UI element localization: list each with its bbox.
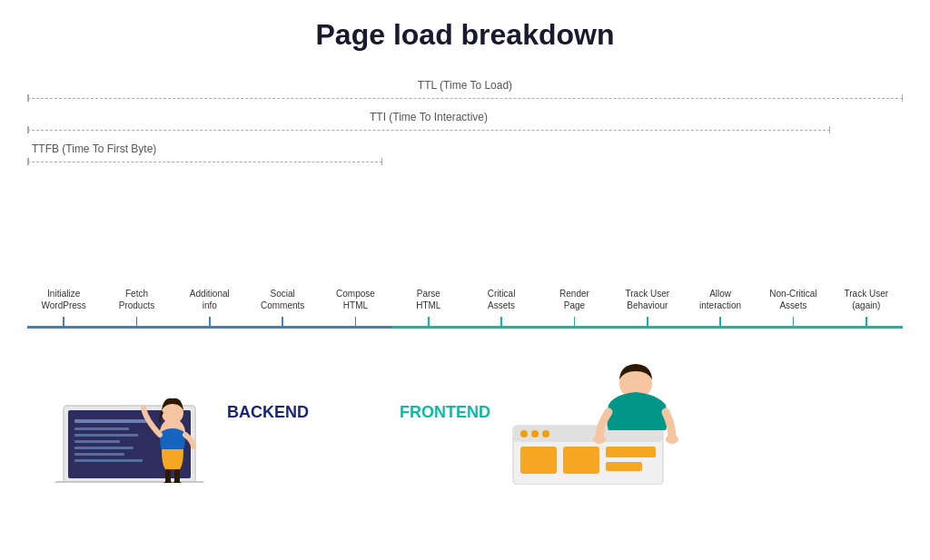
illustrations-row: BACKEND FRONTEND — [27, 339, 903, 485]
svg-rect-21 — [520, 447, 557, 474]
step-2: Additionalinfo — [173, 288, 246, 329]
step-5: ParseHTML — [392, 288, 465, 329]
frontend-label: FRONTEND — [400, 403, 490, 422]
step-8: Track UserBehaviour — [611, 288, 684, 329]
step-11: Track User(again) — [830, 288, 903, 329]
line-8 — [611, 326, 684, 329]
tick-10 — [793, 317, 795, 326]
step-9: Allowinteraction — [684, 288, 757, 329]
svg-point-26 — [593, 435, 606, 444]
tick-3 — [282, 317, 283, 326]
svg-rect-9 — [54, 481, 204, 483]
svg-rect-7 — [74, 453, 124, 456]
svg-rect-3 — [74, 427, 129, 430]
line-2 — [173, 326, 246, 329]
tick-11 — [866, 317, 867, 326]
svg-rect-2 — [74, 419, 147, 423]
line-0 — [27, 326, 100, 329]
svg-rect-6 — [74, 447, 134, 449]
step-0: Initialize WordPress — [27, 288, 100, 329]
svg-rect-4 — [74, 434, 138, 437]
page-title: Page load breakdown — [27, 18, 903, 52]
tti-label: TTI (Time To Interactive) — [370, 111, 488, 123]
step-10: Non-CriticalAssets — [757, 288, 829, 329]
timeline-section: TTL (Time To Load) TTI (Time To Interact… — [27, 79, 903, 485]
step-4: ComposeHTML — [319, 288, 391, 329]
tti-bracket: TTI (Time To Interactive) — [27, 111, 830, 133]
svg-point-20 — [542, 430, 549, 437]
svg-point-27 — [666, 435, 678, 444]
svg-rect-13 — [174, 469, 180, 483]
line-5 — [392, 326, 465, 329]
line-6 — [465, 326, 538, 329]
svg-point-18 — [520, 430, 528, 437]
line-9 — [684, 326, 757, 329]
svg-rect-24 — [606, 462, 642, 471]
step-7: RenderPage — [538, 288, 610, 329]
svg-rect-22 — [563, 447, 599, 474]
backend-label: BACKEND — [227, 403, 309, 422]
svg-rect-12 — [165, 469, 171, 483]
line-11 — [830, 326, 903, 329]
line-10 — [757, 326, 829, 329]
line-4 — [319, 326, 391, 329]
tick-4 — [355, 317, 357, 326]
tick-6 — [500, 317, 502, 326]
line-3 — [246, 326, 319, 329]
tick-9 — [719, 317, 721, 326]
page-container: Page load breakdown TTL (Time To Load) T… — [0, 0, 930, 560]
step-1: FetchProducts — [100, 288, 173, 329]
ttl-bracket: TTL (Time To Load) — [27, 79, 903, 102]
step-3: SocialComments — [246, 288, 319, 329]
svg-rect-23 — [606, 447, 656, 457]
backend-illustration — [45, 342, 213, 483]
tick-5 — [428, 317, 430, 326]
svg-rect-8 — [74, 459, 143, 462]
tick-8 — [647, 317, 648, 326]
svg-point-19 — [531, 430, 539, 437]
line-1 — [100, 326, 173, 329]
timeline-bar: Initialize WordPress FetchProducts Addit… — [27, 288, 903, 329]
tick-0 — [63, 317, 64, 326]
ttfb-bracket: TTFB (Time To First Byte) — [27, 142, 382, 165]
ttl-label: TTL (Time To Load) — [418, 79, 512, 92]
svg-rect-5 — [74, 440, 120, 443]
ttfb-label: TTFB (Time To First Byte) — [32, 142, 156, 155]
frontend-illustration — [504, 339, 681, 485]
frontend-section: FRONTEND — [400, 339, 681, 485]
brackets-container: TTL (Time To Load) TTI (Time To Interact… — [27, 79, 903, 188]
step-6: CriticalAssets — [465, 288, 538, 329]
steps-row: Initialize WordPress FetchProducts Addit… — [27, 288, 903, 329]
tick-7 — [574, 317, 576, 326]
tick-2 — [209, 317, 211, 326]
tick-1 — [136, 317, 138, 326]
line-7 — [538, 326, 610, 329]
backend-section: BACKEND — [45, 342, 309, 483]
